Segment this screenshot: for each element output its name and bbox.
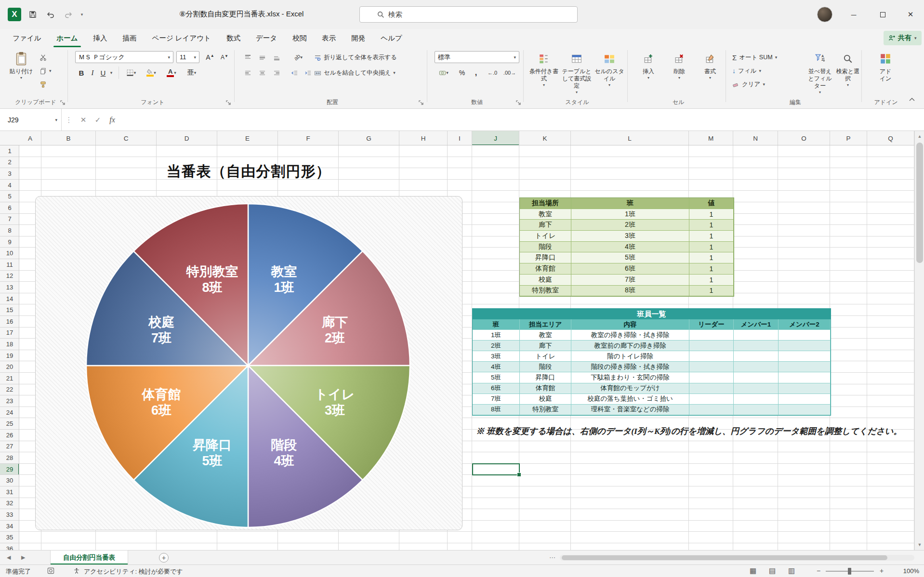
row-header[interactable]: 22 [0, 384, 19, 396]
ribbon-tab[interactable]: 挿入 [86, 29, 115, 47]
format-cells-button[interactable]: 書式 ▾ [697, 49, 724, 80]
row-header[interactable]: 34 [0, 521, 19, 532]
dialog-launcher-icon[interactable] [515, 100, 521, 105]
row-header[interactable]: 9 [0, 236, 19, 248]
font-name-select[interactable]: ＭＳ Ｐゴシック▾ [75, 51, 173, 63]
row-header[interactable]: 26 [0, 430, 19, 441]
increase-indent-button[interactable] [302, 66, 314, 79]
row-header[interactable]: 29 [0, 464, 19, 475]
row-header[interactable]: 28 [0, 452, 19, 464]
column-header[interactable]: E [217, 131, 278, 145]
vertical-scrollbar[interactable]: ▲ ▼ [914, 131, 924, 550]
find-select-button[interactable]: 検索と選択 ▾ [835, 49, 860, 88]
zoom-level[interactable]: 100% [903, 567, 919, 575]
dialog-launcher-icon[interactable] [225, 100, 231, 105]
scroll-up-icon[interactable]: ▲ [915, 132, 924, 141]
redo-button[interactable] [61, 7, 76, 22]
format-painter-button[interactable] [40, 78, 47, 91]
borders-button[interactable]: ▾ [122, 66, 140, 79]
row-header[interactable]: 2 [0, 157, 19, 169]
row-header[interactable]: 27 [0, 441, 19, 453]
horizontal-scrollbar[interactable] [560, 555, 914, 561]
row-header[interactable]: 32 [0, 498, 19, 510]
selected-cell[interactable] [472, 463, 520, 475]
row-header[interactable]: 33 [0, 509, 19, 521]
ribbon-tab[interactable]: データ [248, 29, 285, 47]
conditional-formatting-button[interactable]: 条件付き書式 ▾ [528, 49, 560, 88]
align-right-button[interactable] [270, 66, 283, 79]
save-button[interactable] [25, 7, 40, 22]
cell-styles-button[interactable]: セルのスタイル ▾ [594, 49, 625, 88]
add-sheet-button[interactable]: + [159, 553, 169, 563]
row-header[interactable]: 10 [0, 248, 19, 259]
row-header[interactable]: 25 [0, 418, 19, 430]
sheet-tab-active[interactable]: 自由分割円当番表 [50, 551, 128, 565]
row-header[interactable]: 6 [0, 202, 19, 214]
column-header[interactable]: L [571, 131, 689, 145]
undo-button[interactable] [42, 7, 58, 22]
row-header[interactable]: 16 [0, 316, 19, 328]
column-header[interactable]: M [689, 131, 733, 145]
zoom-slider-thumb[interactable] [848, 568, 851, 575]
maximize-button[interactable] [869, 0, 896, 29]
row-header[interactable]: 7 [0, 214, 19, 225]
row-header[interactable]: 4 [0, 180, 19, 191]
insert-cells-button[interactable]: 挿入 ▾ [635, 49, 662, 80]
number-format-select[interactable]: 標準▾ [435, 51, 519, 63]
status-accessibility[interactable]: アクセシビリティ: 検討が必要です [84, 567, 183, 576]
addins-button[interactable]: アドイン [870, 49, 901, 82]
row-header[interactable]: 18 [0, 339, 19, 350]
close-button[interactable]: ✕ [897, 0, 924, 29]
fill-button[interactable]: ↓ フィル ▾ [732, 65, 761, 77]
column-header[interactable]: K [519, 131, 571, 145]
autosum-button[interactable]: Σ オート SUM ▾ [732, 51, 777, 64]
row-header[interactable]: 5 [0, 191, 19, 202]
search-input[interactable]: 検索 [359, 6, 578, 23]
column-header[interactable]: F [278, 131, 339, 145]
ribbon-tab[interactable]: 表示 [314, 29, 343, 47]
clear-button[interactable]: クリア ▾ [732, 78, 765, 91]
increase-decimal-button[interactable]: ←.0 [485, 66, 500, 79]
ribbon-tab[interactable]: ファイル [5, 29, 49, 47]
align-center-button[interactable] [255, 66, 269, 79]
zoom-in-button[interactable]: + [880, 567, 884, 575]
ribbon-tab[interactable]: 校閲 [285, 29, 314, 47]
italic-button[interactable]: I [88, 66, 97, 79]
normal-view-icon[interactable]: ▦ [750, 566, 756, 575]
page-layout-view-icon[interactable]: ▤ [769, 566, 776, 575]
column-header[interactable]: A [19, 131, 41, 145]
share-button[interactable]: 共有 ▾ [884, 31, 922, 45]
column-header[interactable]: Q [867, 131, 914, 145]
percent-style-button[interactable]: % [456, 66, 468, 79]
row-header[interactable]: 20 [0, 361, 19, 373]
page-break-view-icon[interactable]: ▥ [788, 566, 795, 575]
font-size-select[interactable]: 11▾ [176, 51, 199, 63]
row-header[interactable]: 35 [0, 532, 19, 543]
phonetic-guide-button[interactable]: 亜▾ [183, 66, 200, 79]
column-header[interactable]: G [339, 131, 399, 145]
column-header[interactable]: N [733, 131, 778, 145]
more-sheets-icon[interactable]: ⋯ [549, 554, 555, 561]
pie-chart[interactable]: 教室1班廊下2班トイレ3班階段4班昇降口5班体育館6班校庭7班特別教室8班 [35, 196, 462, 530]
ribbon-tab[interactable]: ページ レイアウト [145, 29, 219, 47]
scroll-down-icon[interactable]: ▼ [915, 540, 924, 549]
row-header[interactable]: 12 [0, 271, 19, 282]
dialog-launcher-icon[interactable] [60, 100, 66, 105]
copy-button[interactable]: ▾ [40, 65, 52, 77]
vertical-scroll-thumb[interactable] [916, 143, 923, 263]
horizontal-scroll-thumb[interactable] [562, 555, 887, 560]
delete-cells-button[interactable]: 削除 ▾ [666, 49, 693, 80]
column-header[interactable]: I [448, 131, 472, 145]
column-header[interactable]: H [399, 131, 448, 145]
sort-filter-button[interactable]: AZ 並べ替えとフィルター ▾ [805, 49, 834, 95]
row-header[interactable]: 17 [0, 328, 19, 339]
sheet-nav-right-icon[interactable]: ▶ [21, 554, 25, 561]
paste-button[interactable]: 貼り付け ▾ [8, 49, 35, 80]
fill-color-button[interactable]: ▾ [143, 66, 160, 79]
row-header[interactable]: 11 [0, 259, 19, 271]
row-header[interactable]: 24 [0, 407, 19, 419]
column-header[interactable]: O [778, 131, 830, 145]
row-header[interactable]: 19 [0, 350, 19, 362]
column-header[interactable]: C [96, 131, 157, 145]
currency-format-button[interactable]: ▾ [435, 66, 453, 79]
